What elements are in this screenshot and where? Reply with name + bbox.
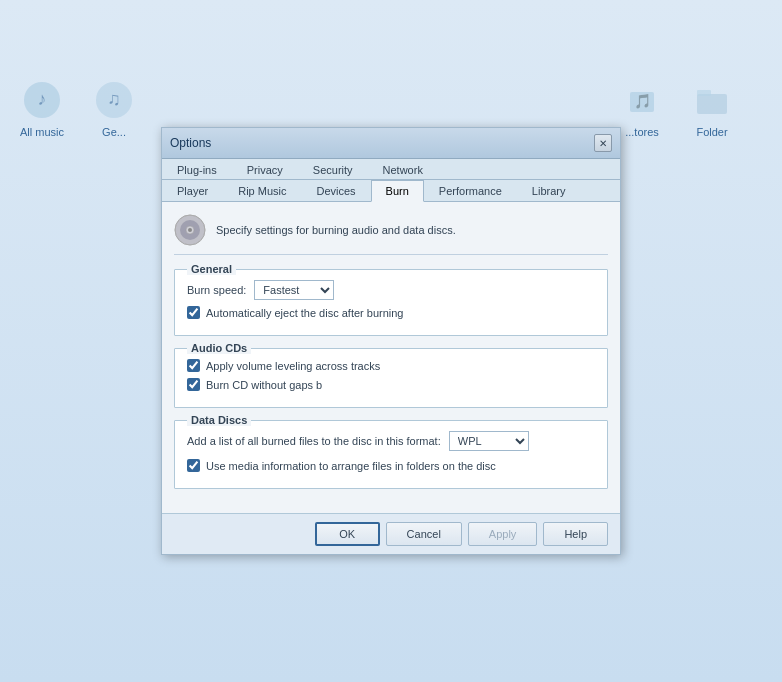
data-discs-title: Data Discs: [187, 414, 251, 426]
volume-leveling-label: Apply volume leveling across tracks: [206, 360, 380, 372]
cancel-button[interactable]: Cancel: [386, 522, 462, 546]
volume-leveling-checkbox[interactable]: [187, 359, 200, 372]
close-button[interactable]: ✕: [594, 134, 612, 152]
audio-cds-title: Audio CDs: [187, 342, 251, 354]
ok-button[interactable]: OK: [315, 522, 380, 546]
help-button[interactable]: Help: [543, 522, 608, 546]
tab-devices[interactable]: Devices: [301, 180, 370, 202]
tab-plug-ins[interactable]: Plug-ins: [162, 159, 232, 180]
use-media-info-label: Use media information to arrange files i…: [206, 460, 496, 472]
burn-no-gaps-checkbox[interactable]: [187, 378, 200, 391]
tab-burn[interactable]: Burn: [371, 180, 424, 202]
tab-performance[interactable]: Performance: [424, 180, 517, 202]
tab-security[interactable]: Security: [298, 159, 368, 180]
burn-no-gaps-label: Burn CD without gaps b: [206, 379, 322, 391]
use-media-info-row: Use media information to arrange files i…: [187, 459, 595, 472]
title-bar: Options ✕: [162, 128, 620, 159]
content-area: Specify settings for burning audio and d…: [162, 202, 620, 513]
header-row: Specify settings for burning audio and d…: [174, 214, 608, 255]
header-text: Specify settings for burning audio and d…: [216, 224, 456, 236]
burn-speed-label: Burn speed:: [187, 284, 246, 296]
format-row: Add a list of all burned files to the di…: [187, 431, 595, 451]
general-title: General: [187, 263, 236, 275]
button-bar: OK Cancel Apply Help: [162, 513, 620, 554]
tab-player[interactable]: Player: [162, 180, 223, 202]
tab-privacy[interactable]: Privacy: [232, 159, 298, 180]
format-label: Add a list of all burned files to the di…: [187, 435, 441, 447]
tab-row-1: Plug-ins Privacy Security Network: [162, 159, 620, 180]
tab-row-2: Player Rip Music Devices Burn Performanc…: [162, 180, 620, 202]
auto-eject-checkbox[interactable]: [187, 306, 200, 319]
volume-leveling-row: Apply volume leveling across tracks: [187, 359, 595, 372]
general-section: General Burn speed: Fastest Fast Medium …: [174, 269, 608, 336]
disc-icon: [174, 214, 206, 246]
burn-no-gaps-row: Burn CD without gaps b: [187, 378, 595, 391]
svg-point-11: [188, 228, 192, 232]
tab-network[interactable]: Network: [368, 159, 438, 180]
auto-eject-label: Automatically eject the disc after burni…: [206, 307, 404, 319]
data-discs-section: Data Discs Add a list of all burned file…: [174, 420, 608, 489]
burn-speed-row: Burn speed: Fastest Fast Medium Slow Slo…: [187, 280, 595, 300]
tab-rip-music[interactable]: Rip Music: [223, 180, 301, 202]
burn-speed-select[interactable]: Fastest Fast Medium Slow Slowest: [254, 280, 334, 300]
use-media-info-checkbox[interactable]: [187, 459, 200, 472]
format-select[interactable]: WPL M3U ASX: [449, 431, 529, 451]
tab-library[interactable]: Library: [517, 180, 581, 202]
auto-eject-row: Automatically eject the disc after burni…: [187, 306, 595, 319]
apply-button[interactable]: Apply: [468, 522, 538, 546]
options-dialog: Options ✕ Plug-ins Privacy Security Netw…: [161, 127, 621, 555]
audio-cds-section: Audio CDs Apply volume leveling across t…: [174, 348, 608, 408]
dialog-title: Options: [170, 136, 211, 150]
